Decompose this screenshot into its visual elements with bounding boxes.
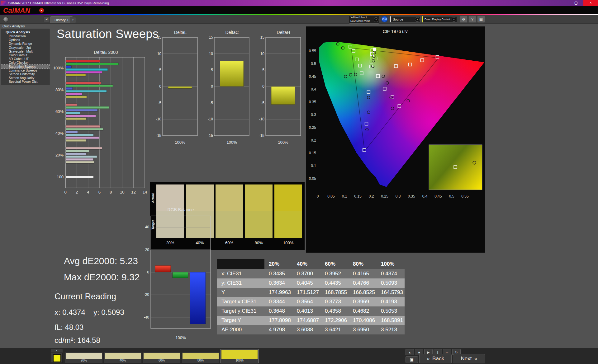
svg-text:0.45: 0.45 [434,194,442,198]
app-window: CalMAN 2017 CalMAN Ultimate for Business… [0,0,598,364]
de-bar-magenta-20 [66,158,93,161]
de-bar-red-100 [66,60,100,62]
de-bar-cyan-40 [66,134,93,136]
sidebar-item-dynamic-range[interactable]: Dynamic Range [1,42,49,45]
swatch-column-100: 100% [274,184,302,249]
svg-text:0.3: 0.3 [311,113,316,117]
de-bar-blue-20 [66,153,86,155]
chevron-down-icon[interactable]: ▾ [415,17,420,22]
cie-panel: CIE 1976 u'v' 00.050.10.150.20.250.30.35… [306,26,485,253]
sidebar-item-screen-uniformity[interactable]: Screen Uniformity [1,72,49,76]
rgb-bar-blue [190,272,206,324]
chevron-down-icon[interactable]: ▾ [374,17,378,22]
close-button[interactable]: × [583,0,598,6]
next-label: Next [461,356,472,362]
pattern-swatch-40[interactable]: 40% [104,352,142,363]
svg-text:6: 6 [98,190,101,194]
de-bar-red-20 [66,147,102,149]
swatch-target-80 [245,211,273,238]
swatch-label: 100% [274,238,302,245]
svg-text:0.4: 0.4 [422,194,428,198]
delta-h-chart: 151050-5-10-15100% [256,35,303,146]
settings-gear-button[interactable]: ⚙ [460,16,467,23]
table-row-target-y-cie31: Target y:CIE310.36480.40130.43580.46820.… [217,306,405,316]
cell: 0.4045 [292,278,320,288]
add-tab-button[interactable]: + [70,17,76,23]
de-bar-cyan-60 [66,112,80,114]
calman-logo[interactable]: CalMAN [3,7,30,15]
de-bar-green-40 [66,128,103,130]
svg-text:100: 100 [57,175,64,179]
svg-text:5: 5 [211,68,213,72]
swatch-target-100 [274,211,302,238]
cell: 0.3344 [264,297,292,306]
status-orb-icon[interactable] [3,17,8,22]
pattern-swatch-80[interactable]: 80% [182,352,220,363]
svg-text:0: 0 [211,84,213,89]
sidebar-item-grayscale-2pt[interactable]: Grayscale - 2pt [1,46,49,49]
back-button[interactable]: « Back [419,354,452,363]
source-select[interactable]: Source ▾ [390,16,420,22]
current-pattern-swatch [53,354,61,362]
de-bar-yellow-100 [66,74,86,76]
sidebar-item-spectral-power-dist[interactable]: Spectral Power Dist. [1,80,49,83]
svg-text:10: 10 [120,190,124,194]
svg-text:0.5: 0.5 [311,62,316,66]
col-header-100: 100% [377,259,405,269]
cell: 0.4358 [320,306,349,316]
pattern-swatch-label: 100% [221,359,258,362]
svg-text:2: 2 [76,190,78,194]
sidebar-item-luminance-sweeps[interactable]: Luminance Sweeps [1,68,49,72]
cell: 0.4165 [349,269,377,278]
cell: 0.4682 [349,306,377,316]
current-fl-readout: fL: 48.03 [55,323,83,332]
cell: 0.5093 [377,278,405,288]
row-label: Target x:CIE31 [217,297,264,306]
sidebar-item-colorchecker[interactable]: ColorChecker [1,61,49,64]
pattern-swatch-20[interactable]: 20% [65,352,103,363]
svg-text:60%: 60% [55,109,64,114]
next-button[interactable]: Next » [453,354,485,363]
cell: 0.4766 [349,278,377,288]
de-bar-green-80 [66,85,113,87]
tree-root-quick-analysis[interactable]: Quick Analysis [1,30,49,34]
display-control-select[interactable]: Direct Display Control ▾ [422,16,457,22]
app-icon [1,1,6,5]
pattern-swatch-100[interactable]: 100% [221,349,259,363]
sidebar-item-introduction[interactable]: Introduction [1,34,49,38]
sidebar-item-screen-angularity[interactable]: Screen Angularity [1,76,49,80]
sidebar-collapse-button[interactable]: ◀ [44,16,49,22]
logo-dropdown-icon[interactable]: ▾ [39,8,44,13]
pattern-swatch-60[interactable]: 60% [143,352,181,363]
pattern-window-button[interactable]: ▣ [406,356,418,363]
sidebar-item-saturation-sweeps[interactable]: Saturation Sweeps [1,65,49,68]
minimize-button[interactable]: – [554,0,569,6]
pattern-tray-expand-button[interactable]: ▲ [51,349,63,352]
transport-eject-button[interactable]: ▲ [406,349,414,355]
rgb-bar-green [173,272,188,278]
tab-history-1[interactable]: History 1 [50,16,73,23]
workspace-button[interactable]: ▦ [477,16,485,23]
de-bar-blue-100 [66,66,71,68]
chevron-down-icon[interactable]: ▾ [452,17,456,22]
reading-count-badge: 233 [381,16,388,22]
row-label: Target y:CIE31 [217,306,264,316]
current-pattern-button[interactable] [51,353,63,363]
cell: 0.5053 [377,306,405,316]
meter-select[interactable]: X-Rite i1Pro 2 LCD Direct View ▾ [349,16,379,24]
maximize-button[interactable]: ▢ [569,0,583,6]
svg-text:-15: -15 [259,133,265,138]
de-bar-green-20 [66,150,89,152]
sidebar-item-color-gamut[interactable]: Color Gamut [1,53,49,57]
cell: 3.6038 [292,325,320,334]
help-button[interactable]: ? [468,16,476,23]
sidebar-item-3d-cube-lut[interactable]: 3D Cube LUT [1,57,49,61]
delta-c-chart: 151050-5-10-15100% [205,35,252,146]
de-bar-cyan-20 [66,156,97,158]
sidebar-item-options[interactable]: Options [1,38,49,42]
svg-text:5: 5 [159,68,161,72]
window-title: CalMAN 2017 CalMAN Ultimate for Business… [8,0,109,6]
sidebar-item-grayscale-multi[interactable]: Grayscale - Multi [1,49,49,53]
svg-text:-15: -15 [208,133,213,138]
svg-text:0.1: 0.1 [342,194,347,198]
